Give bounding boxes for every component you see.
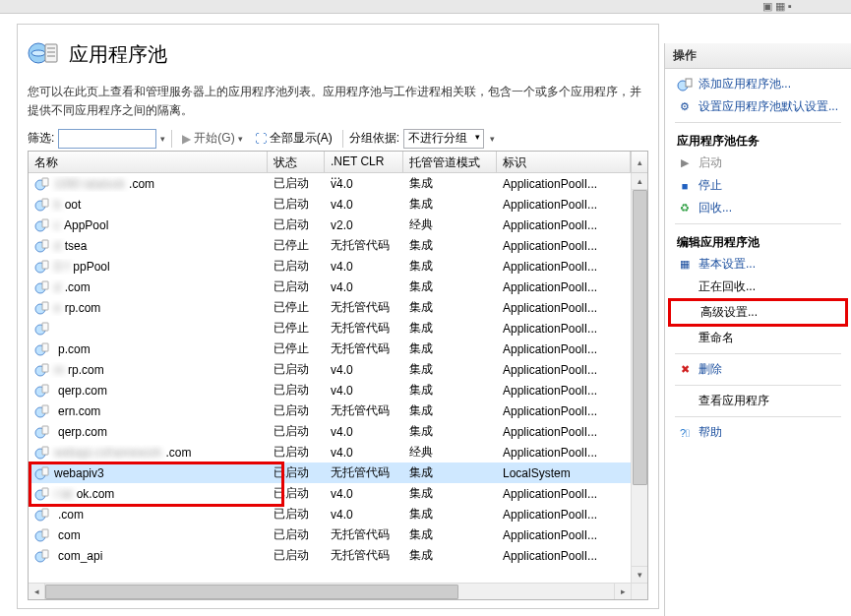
hscroll-thumb[interactable] <box>45 585 458 599</box>
action-delete[interactable]: ✖ 删除 <box>669 358 847 381</box>
table-row[interactable]: dtsea已停止无托管代码集成ApplicationPoolI... <box>29 235 631 256</box>
table-row[interactable]: D fppPool已启动v4.0集成ApplicationPoolI... <box>29 256 631 277</box>
cell-clr: 无托管代码 <box>325 464 403 481</box>
cell-clr: 无托管代码 <box>325 340 403 357</box>
cell-status: 已启动 <box>268 547 325 564</box>
app-pool-icon <box>28 36 61 73</box>
show-all-button[interactable]: ⛶全部显示(A) <box>251 128 336 149</box>
scroll-up-arrow[interactable]: ▴ <box>632 173 647 190</box>
vertical-scrollbar[interactable]: ▴ ▾ <box>631 173 647 583</box>
pool-icon <box>34 527 50 543</box>
cell-mode: 集成 <box>403 299 497 316</box>
cell-clr: v4.0 <box>325 280 403 294</box>
action-advanced-settings[interactable]: 高级设置... <box>668 298 848 327</box>
showall-icon: ⛶ <box>255 132 267 146</box>
app-pool-grid: 名称 状态 .NET CLR ... 托管管道模式 标识 1090 iatato… <box>28 151 648 600</box>
cell-status: 已启动 <box>268 402 325 419</box>
cell-mode: 集成 <box>403 361 497 378</box>
svg-rect-40 <box>42 529 48 537</box>
action-recycle[interactable]: ♻ 回收... <box>669 197 847 219</box>
cell-mode: 集成 <box>403 278 497 295</box>
table-row[interactable]: i latok.com已启动v4.0集成ApplicationPoolI... <box>29 483 631 504</box>
svg-rect-38 <box>42 509 48 517</box>
cell-mode: 集成 <box>403 237 497 254</box>
cell-mode: 集成 <box>403 382 497 399</box>
pool-icon <box>34 217 50 233</box>
section-pool-tasks: 应用程序池任务 <box>669 127 847 152</box>
cell-name: d.com <box>29 279 268 295</box>
table-row[interactable]: 已停止无托管代码集成ApplicationPoolI... <box>29 318 631 339</box>
cell-ident: ApplicationPoolI... <box>497 239 631 253</box>
table-row[interactable]: 1090 iatatook.com已启动v4.0集成ApplicationPoo… <box>29 173 631 194</box>
horizontal-scrollbar[interactable]: ◂ ▸ <box>29 583 631 599</box>
svg-rect-4 <box>47 55 55 57</box>
table-row[interactable]: mrp.com已启动v4.0集成ApplicationPoolI... <box>29 359 631 380</box>
cell-status: 已停止 <box>268 340 325 357</box>
settings-icon: ⚙ <box>677 99 693 115</box>
cell-name: p.com <box>29 341 268 357</box>
groupby-extra-icon[interactable]: ▾ <box>490 134 495 144</box>
action-set-default[interactable]: ⚙ 设置应用程序池默认设置... <box>669 95 847 118</box>
cell-status: 已启动 <box>268 196 325 213</box>
cell-name: ern.com <box>29 403 268 419</box>
svg-rect-18 <box>42 302 48 310</box>
scroll-right-arrow[interactable]: ▸ <box>614 584 631 599</box>
groupby-select[interactable]: 不进行分组 <box>403 129 484 149</box>
stop-icon: ■ <box>677 178 693 194</box>
svg-rect-3 <box>47 51 55 53</box>
table-row[interactable]: com_api已启动无托管代码集成ApplicationPoolI... <box>29 545 631 566</box>
svg-rect-26 <box>42 385 48 393</box>
cell-clr: v4.0 <box>325 487 403 501</box>
col-name[interactable]: 名称 <box>29 152 268 172</box>
actions-pane: 操作 添加应用程序池... ⚙ 设置应用程序池默认设置... 应用程序池任务 ▶… <box>664 43 851 616</box>
table-row[interactable]: qerp.com已启动v4.0集成ApplicationPoolI... <box>29 380 631 400</box>
filter-label: 筛选: <box>28 130 54 147</box>
cell-status: 已停止 <box>268 299 325 316</box>
cell-ident: LocalSystem <box>497 466 631 480</box>
scroll-down-arrow[interactable]: ▾ <box>632 566 647 583</box>
action-add-pool[interactable]: 添加应用程序池... <box>669 73 847 95</box>
col-status[interactable]: 状态 <box>268 152 325 172</box>
pool-icon <box>34 465 50 481</box>
col-ident[interactable]: 标识 <box>497 152 631 172</box>
scroll-left-arrow[interactable]: ◂ <box>29 584 45 599</box>
table-row[interactable]: com已启动无托管代码集成ApplicationPoolI... <box>29 524 631 545</box>
pool-icon <box>34 445 50 461</box>
pool-icon <box>34 279 50 295</box>
action-stop[interactable]: ■ 停止 <box>669 174 847 197</box>
table-row[interactable]: .com已启动v4.0集成ApplicationPoolI... <box>29 504 631 524</box>
table-row[interactable]: webapi.csframework.com已启动v4.0经典Applicati… <box>29 442 631 462</box>
action-view-apps[interactable]: 查看应用程序 <box>669 390 847 412</box>
action-recycling[interactable]: 正在回收... <box>669 276 847 298</box>
cell-clr: v4.0 <box>325 177 403 191</box>
action-basic-settings[interactable]: ▦ 基本设置... <box>669 253 847 276</box>
pool-icon <box>34 341 50 357</box>
svg-rect-16 <box>42 281 48 289</box>
svg-rect-8 <box>42 199 48 207</box>
pool-icon <box>34 507 50 523</box>
titlebar-icons: ▣ ▦ ▪ <box>762 0 792 13</box>
col-overflow[interactable] <box>631 152 647 172</box>
table-row[interactable]: qerp.com已启动v4.0集成ApplicationPoolI... <box>29 421 631 442</box>
filter-dropdown-icon[interactable]: ▾ <box>160 134 165 144</box>
table-row[interactable]: erp.com已停止无托管代码集成ApplicationPoolI... <box>29 297 631 318</box>
start-button[interactable]: ▶开始(G)▾ <box>178 128 246 149</box>
svg-rect-12 <box>42 240 48 248</box>
cell-mode: 经典 <box>403 444 497 461</box>
table-row[interactable]: c AppPool已启动v2.0经典ApplicationPoolI... <box>29 215 631 235</box>
col-mode[interactable]: 托管管道模式 <box>403 152 497 172</box>
cell-clr: 无托管代码 <box>325 237 403 254</box>
cell-name: boot <box>29 197 268 213</box>
table-row[interactable]: d.com已启动v4.0集成ApplicationPoolI... <box>29 277 631 297</box>
pool-icon <box>34 486 50 502</box>
vscroll-thumb[interactable] <box>633 190 647 485</box>
table-row[interactable]: ern.com已启动无托管代码集成ApplicationPoolI... <box>29 400 631 421</box>
action-start[interactable]: ▶ 启动 <box>669 152 847 174</box>
col-clr[interactable]: .NET CLR ... <box>325 152 403 172</box>
filter-input[interactable] <box>58 129 156 149</box>
table-row[interactable]: webapiv3已启动无托管代码集成LocalSystem <box>29 462 631 483</box>
table-row[interactable]: p.com已停止无托管代码集成ApplicationPoolI... <box>29 339 631 359</box>
table-row[interactable]: boot已启动v4.0集成ApplicationPoolI... <box>29 194 631 215</box>
action-rename[interactable]: 重命名 <box>669 327 847 349</box>
action-help[interactable]: ?⃝ 帮助 <box>669 421 847 444</box>
